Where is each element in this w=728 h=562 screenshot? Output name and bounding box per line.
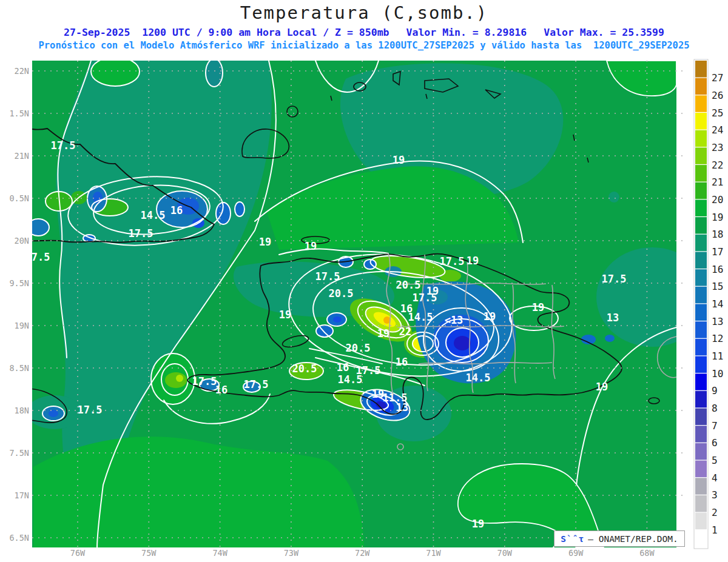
contour-value-label: 22 [399,326,411,338]
colorbar-tick-label: 4 [712,472,718,484]
contour-value-label: 17.5 [440,255,465,267]
contour-value-label: 19 [467,255,479,267]
contour-value-label: 16 [170,204,183,216]
contour-value-label: 14.5 [466,372,491,384]
colorbar-cell [695,95,707,112]
colorbar-cell [695,147,707,164]
colorbar-tick-label: 23 [712,142,723,153]
colorbar-tick-label: 6 [712,437,718,449]
contour-value-label: 19 [377,327,389,340]
contour-value-label: 19 [484,310,496,323]
colorbar-cell [695,443,707,460]
colorbar-tick-label: 1 [712,524,718,536]
lon-tick-label: 75W [141,548,157,558]
contour-value-label: 20.5 [396,279,421,291]
contour-value-label: 17.5 [413,292,437,304]
lat-tick-label: 8.5N [9,363,29,373]
lon-tick-label: 72W [355,548,370,558]
contour-value-label: 17.5 [25,251,50,263]
contour-value-label: 17.5 [244,378,269,390]
colorbar-cell [695,409,707,425]
lat-tick-label: 9.5N [9,278,29,288]
contour-value-label: 13 [396,401,408,413]
colorbar-cell [695,373,707,390]
colorbar-tick-label: 19 [712,212,723,223]
colorbar-cell [695,530,707,546]
colorbar-tick-label: 3 [712,489,718,501]
colorbar-cell [695,217,707,233]
colorbar-tick-label: 16 [712,264,723,275]
colorbar-cell [695,513,707,529]
colorbar-cell [695,304,707,321]
lat-tick-label: 0.5N [9,193,29,203]
contour-value-label: 19 [393,154,405,166]
contour-value-label: 16 [337,361,349,373]
lat-tick-label: 18N [15,406,29,415]
colorbar-cell [695,165,707,181]
contour-value-label: 19 [532,301,544,313]
colorbar-tick-label: 11 [712,350,723,362]
lat-tick-label: 20N [15,236,29,246]
colorbar-tick-label: 14 [712,298,723,310]
colorbar-cell [695,182,707,199]
colorbar-cell [695,287,707,303]
colorbar-tick-label: 22 [712,159,723,171]
colorbar-tick-label: 26 [712,90,723,101]
colorbar-cell [695,391,707,407]
contour-value-label: 19 [305,240,317,252]
colorbar-tick-label: 7 [712,420,718,432]
weather-map-page: Temperatura (C,somb.) 27-Sep-2025 1200 U… [0,0,728,562]
contour-value-label: 17.5 [129,227,153,239]
colorbar-tick-label: 24 [712,124,723,136]
colorbar-tick-label: 20 [712,194,723,206]
colorbar-cell [695,130,707,147]
shaded-field [11,57,708,547]
colorbar-tick-label: 25 [712,107,723,119]
contour-value-label: 20.5 [346,342,371,354]
colorbar-cell [695,235,707,251]
colorbar-cell [695,199,707,216]
lat-tick-label: 1.5N [9,109,29,118]
contour-value-label: 16 [396,356,408,368]
colorbar-tick-label: 18 [712,229,723,240]
contour-value-label: 20.5 [329,287,354,299]
colorbar-cell [695,252,707,268]
colorbar-tick-label: 12 [712,333,723,344]
contour-value-label: 19 [279,309,291,321]
colorbar-cell [695,113,707,129]
contour-value-label: 19 [472,518,484,530]
contour-value-label: 14.5 [338,373,363,386]
colorbar-cell [695,321,707,338]
colorbar-tick-label: 8 [712,403,718,414]
colorbar-cell [695,269,707,286]
contour-value-label: 13 [607,312,619,324]
colorbar: 1234567891011121314151617181920212223242… [694,59,723,549]
contour-value-label: 20.5 [292,363,317,375]
contour-value-label: 17.5 [602,273,627,285]
colorbar-cell [695,339,707,355]
colorbar-cell [695,478,707,494]
contour-value-label: 14.5 [408,311,433,323]
contour-value-label: 17.5 [78,404,103,416]
contour-value-label: 17.5 [192,375,217,387]
lon-tick-label: 70W [497,548,513,558]
colorbar-tick-label: 10 [712,368,723,380]
lon-tick-label: 69W [568,548,584,558]
contour-value-label: 16 [215,384,228,396]
contour-value-label: 19 [596,381,608,393]
colorbar-cell [695,78,707,95]
contour-value-label: 19 [259,236,271,248]
colorbar-cell [695,356,707,373]
colorbar-cell [695,61,707,77]
lat-tick-label: 22N [15,66,29,76]
lon-tick-label: 68W [639,548,655,558]
colorbar-tick-label: 13 [712,316,723,327]
lat-tick-label: 6.5N [9,533,29,543]
onamet-credit-text: – ONAMET/REP.DOM. [588,534,678,544]
colorbar-tick-label: 9 [712,385,718,396]
contour-value-label: 14.5 [141,209,166,221]
contour-value-label: 17.5 [51,139,76,152]
temperature-map: 17.514.51617.517.517.517.51617.519191917… [0,0,728,562]
lon-tick-label: 74W [212,548,228,558]
lat-tick-label: 19N [15,321,29,330]
